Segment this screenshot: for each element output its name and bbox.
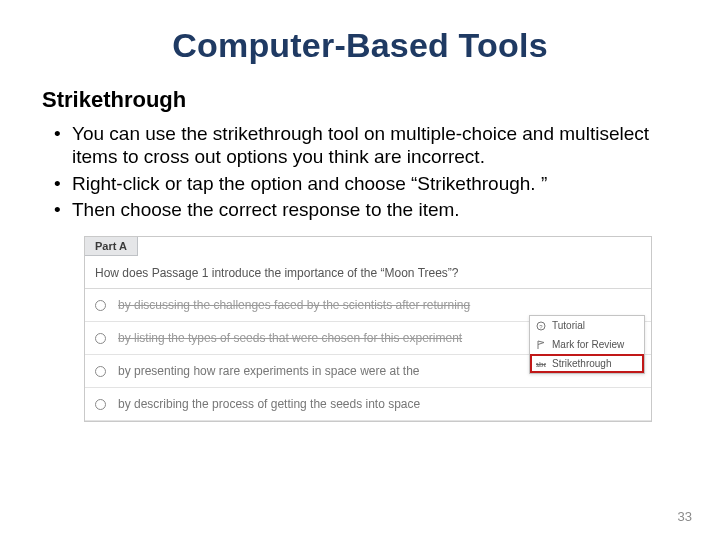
svg-text:abc: abc [536, 360, 546, 369]
bullet-item: Right-click or tap the option and choose… [72, 173, 678, 196]
slide-subtitle: Strikethrough [42, 87, 678, 113]
choice-text: by describing the process of getting the… [118, 397, 420, 411]
radio-icon[interactable] [95, 300, 106, 311]
choice-text: by listing the types of seeds that were … [118, 331, 462, 345]
menu-item-mark[interactable]: Mark for Review [530, 335, 644, 354]
menu-item-label: Tutorial [552, 320, 585, 331]
bullet-list: You can use the strikethrough tool on mu… [42, 123, 678, 222]
question-icon: ? [536, 321, 546, 331]
page-number: 33 [678, 509, 692, 524]
context-menu: ? Tutorial Mark for Review abc Strikethr… [529, 315, 645, 374]
radio-icon[interactable] [95, 399, 106, 410]
slide: Computer-Based Tools Strikethrough You c… [0, 0, 720, 540]
radio-icon[interactable] [95, 366, 106, 377]
example-screenshot: Part A How does Passage 1 introduce the … [84, 236, 652, 422]
question-text: How does Passage 1 introduce the importa… [85, 256, 651, 289]
flag-icon [536, 340, 546, 350]
bullet-item: Then choose the correct response to the … [72, 199, 678, 222]
slide-title: Computer-Based Tools [42, 26, 678, 65]
menu-item-label: Strikethrough [552, 358, 611, 369]
menu-item-label: Mark for Review [552, 339, 624, 350]
svg-text:?: ? [539, 323, 543, 329]
choice-row[interactable]: by describing the process of getting the… [85, 388, 651, 421]
menu-item-tutorial[interactable]: ? Tutorial [530, 316, 644, 335]
radio-icon[interactable] [95, 333, 106, 344]
choice-text: by discussing the challenges faced by th… [118, 298, 470, 312]
strikethrough-icon: abc [536, 359, 546, 369]
bullet-item: You can use the strikethrough tool on mu… [72, 123, 678, 169]
choice-text: by presenting how rare experiments in sp… [118, 364, 420, 378]
part-label: Part A [85, 237, 138, 256]
menu-item-strikethrough[interactable]: abc Strikethrough [530, 354, 644, 373]
